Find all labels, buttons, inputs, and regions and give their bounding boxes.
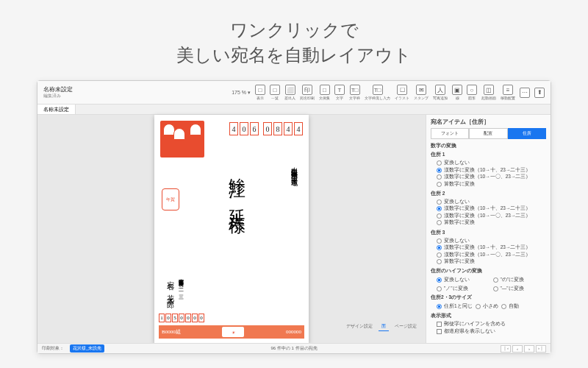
view-icon: □ bbox=[255, 85, 265, 95]
addr2-opt-san[interactable]: 算数字に変換 bbox=[437, 219, 546, 225]
recipient-address: 山梨県笛吹市童子小山二丁目三十六番地 bbox=[290, 162, 298, 175]
footer-tab-face[interactable]: 面 bbox=[379, 322, 389, 331]
tool-line[interactable]: ▣線 bbox=[452, 85, 462, 100]
tool-view[interactable]: □表示 bbox=[255, 85, 265, 100]
zip-digit: 0 bbox=[240, 122, 248, 135]
marketing-headline: ワンクリックで 美しい宛名を自動レイアウト bbox=[0, 0, 588, 80]
addr3-opt-none[interactable]: 変換しない bbox=[437, 238, 546, 244]
tool-textbox[interactable]: T□文字枠 bbox=[349, 85, 360, 100]
hyphen-heading: 住所のハイフンの変換 bbox=[431, 268, 546, 275]
tool-examples[interactable]: □文例集 bbox=[319, 85, 330, 100]
addr2-opt-kan1[interactable]: 漢数字に変換（10→十、23→二十三） bbox=[437, 205, 546, 211]
addr1-opt-kan2[interactable]: 漢数字に変換（10→一〇、23→二三） bbox=[437, 174, 546, 180]
doc-tab-1[interactable]: 名称未設定 bbox=[37, 105, 76, 114]
footer-tab-design[interactable]: デザイン設定 bbox=[343, 322, 376, 331]
stamp-decoration bbox=[160, 121, 204, 158]
sb-tab-address[interactable]: 住所 bbox=[508, 128, 546, 139]
nav-next[interactable]: › bbox=[524, 345, 534, 353]
nav-prev[interactable]: ‹ bbox=[512, 345, 523, 353]
tool-shape[interactable]: ○図形 bbox=[467, 85, 477, 100]
disp-heading: 表示形式 bbox=[431, 313, 546, 319]
addr2-heading: 住所 2 bbox=[431, 191, 546, 197]
tool-illust[interactable]: ☐イラスト bbox=[395, 85, 409, 100]
inspector-sidebar: 宛名アイテム［住所］ フォント 配置 住所 数字の変換 住所 1 変換しない 漢… bbox=[426, 115, 551, 343]
size-same[interactable]: 住所1と同じ bbox=[437, 303, 473, 309]
zip-digit: 4 bbox=[229, 122, 238, 135]
record-nav: ｜‹ ‹ › ›｜ bbox=[501, 345, 546, 353]
addr3-opt-kan1[interactable]: 漢数字に変換（10→十、23→二十三） bbox=[437, 244, 546, 250]
nav-first[interactable]: ｜‹ bbox=[501, 345, 511, 353]
checkbox-icon bbox=[437, 322, 442, 327]
zip-digit: 4 bbox=[284, 122, 293, 135]
recipient-zip: 4 0 6 0 8 4 4 bbox=[229, 122, 303, 135]
launch-icon: ◫ bbox=[484, 85, 494, 95]
band-left: B0000組 bbox=[162, 328, 181, 336]
tool-arrange[interactable]: ≡移動配置 bbox=[501, 85, 515, 100]
stamp-icon: ✉ bbox=[416, 85, 426, 95]
tool-print[interactable]: 印宛名印刷 bbox=[300, 85, 315, 100]
view-mode-tabs: デザイン設定 面 ページ設定 bbox=[343, 322, 420, 331]
postcard-bottom-band: B0000組 ☀ 000000 bbox=[159, 325, 304, 339]
toolbar-tools: 175 % ▾ □表示 □一覧 ⬜差出人 印宛名印刷 □文例集 T文字 T□文字… bbox=[232, 85, 545, 100]
arrange-icon: ≡ bbox=[503, 85, 513, 95]
nenga-stamp: 年賀 bbox=[162, 188, 179, 210]
tool-textflow[interactable]: T□文字枠流し入力 bbox=[365, 85, 390, 100]
recipient-name: 鯵江 延太様 bbox=[226, 162, 248, 208]
textflow-icon: T□ bbox=[373, 85, 383, 95]
radio-icon bbox=[476, 304, 481, 309]
radio-icon bbox=[437, 252, 442, 258]
nav-last[interactable]: ›｜ bbox=[536, 345, 546, 353]
digit-heading: 数字の変換 bbox=[431, 143, 546, 149]
doc-subtitle: 編集済み bbox=[43, 93, 73, 99]
disp-hide-pref[interactable]: 都道府県を表示しない bbox=[437, 328, 546, 335]
hyphen-katakana[interactable]: "ノ"に変換 bbox=[437, 286, 490, 291]
addr2-opt-none[interactable]: 変換しない bbox=[437, 199, 546, 205]
tool-photo[interactable]: 人写真追加 bbox=[433, 85, 448, 100]
postcard-preview[interactable]: 4 0 6 0 8 4 4 年賀 宛名 花太子郎 東京都港区 bbox=[154, 115, 309, 343]
sender-name: 宛名 花太子郎 bbox=[165, 275, 175, 297]
sb-tab-layout[interactable]: 配置 bbox=[469, 128, 507, 139]
more-icon: ⋯ bbox=[520, 88, 530, 98]
tool-sender[interactable]: ⬜差出人 bbox=[284, 85, 295, 100]
examples-icon: □ bbox=[320, 85, 330, 95]
addr1-opt-san[interactable]: 算数字に変換 bbox=[437, 181, 546, 187]
headline-line1: ワンクリックで bbox=[230, 20, 359, 40]
app-window: 名称未設定 編集済み 175 % ▾ □表示 □一覧 ⬜差出人 印宛名印刷 □文… bbox=[37, 80, 551, 354]
hyphen-dash[interactable]: "—"に変換 bbox=[493, 286, 547, 291]
zip-digit: 4 bbox=[294, 122, 303, 135]
radio-icon bbox=[437, 168, 442, 173]
share-icon: ⬆ bbox=[534, 88, 545, 98]
sb-tab-font[interactable]: フォント bbox=[431, 128, 469, 139]
size-auto[interactable]: 自動 bbox=[501, 303, 519, 309]
radio-icon bbox=[437, 259, 442, 264]
tool-text[interactable]: T文字 bbox=[334, 85, 345, 100]
disp-hyphen-zip[interactable]: 郵便字にハイフンを含める bbox=[437, 321, 546, 328]
addr1-opt-kan1[interactable]: 漢数字に変換（10→十、23→二十三） bbox=[437, 167, 546, 173]
footer-tab-page[interactable]: ページ設定 bbox=[392, 322, 420, 331]
addr1-opt-none[interactable]: 変換しない bbox=[437, 160, 546, 166]
size-heading: 住所2・3のサイズ bbox=[431, 294, 546, 301]
sidebar-tabs: フォント 配置 住所 bbox=[431, 128, 546, 139]
doc-title: 名称未設定 bbox=[43, 86, 73, 93]
toolbar: 名称未設定 編集済み 175 % ▾ □表示 □一覧 ⬜差出人 印宛名印刷 □文… bbox=[37, 81, 551, 105]
hyphen-none[interactable]: 変換しない bbox=[437, 277, 490, 283]
addr3-opt-san[interactable]: 算数字に変換 bbox=[437, 258, 546, 264]
radio-icon bbox=[437, 199, 442, 205]
zoom-control[interactable]: 175 % ▾ bbox=[232, 90, 251, 96]
tool-list[interactable]: □一覧 bbox=[270, 85, 280, 100]
addr2-opt-kan2[interactable]: 漢数字に変換（10→一〇、23→二三） bbox=[437, 213, 546, 219]
sidebar-title: 宛名アイテム［住所］ bbox=[431, 118, 546, 126]
radio-icon bbox=[493, 286, 498, 291]
addr3-opt-kan2[interactable]: 漢数字に変換（10→一〇、23→二三） bbox=[437, 252, 546, 258]
print-icon: 印 bbox=[302, 85, 312, 95]
tool-share[interactable]: ⬆ bbox=[534, 88, 545, 98]
radio-icon bbox=[501, 304, 506, 309]
tool-more[interactable]: ⋯ bbox=[520, 88, 530, 98]
canvas[interactable]: 4 0 6 0 8 4 4 年賀 宛名 花太子郎 東京都港区 bbox=[37, 115, 426, 343]
tool-launch[interactable]: ◫起動画面 bbox=[481, 85, 496, 100]
print-target-dropdown[interactable]: 花沢様_未読先 bbox=[70, 344, 104, 353]
hyphen-no[interactable]: "の"に変換 bbox=[493, 277, 547, 283]
tool-stamp[interactable]: ✉スタンプ bbox=[414, 85, 429, 100]
size-small[interactable]: 小さめ bbox=[476, 303, 498, 309]
radio-icon bbox=[437, 206, 442, 211]
